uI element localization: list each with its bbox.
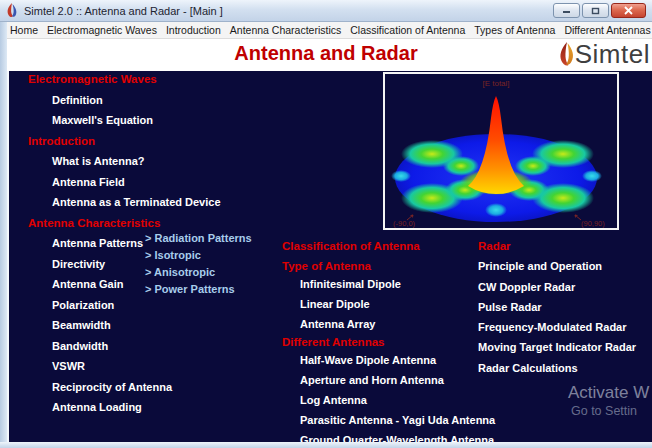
middle-menu-column: Classification of Antenna Type of Antenn… <box>282 240 495 448</box>
section-radar: Radar <box>478 240 636 260</box>
simtel-flame-icon <box>558 41 575 68</box>
window-border-left-inner <box>7 71 9 442</box>
maximize-icon <box>591 7 600 15</box>
menu-item-introduction[interactable]: Introduction <box>166 24 221 36</box>
app-window: Simtel 2.0 :: Antenna and Radar - [Main … <box>0 0 652 448</box>
menu-bar: Home Electromagnetic Waves Introduction … <box>0 22 652 39</box>
title-bar: Simtel 2.0 :: Antenna and Radar - [Main … <box>0 0 652 22</box>
menu-item-antenna-characteristics[interactable]: Antenna Characteristics <box>230 24 341 36</box>
sublink-isotropic[interactable]: > Isotropic <box>145 249 252 266</box>
brand-logo: Simtel <box>558 40 650 68</box>
menu-item-types-of-antenna[interactable]: Types of Antenna <box>474 24 555 36</box>
sublink-anisotropic[interactable]: > Anisotropic <box>145 266 252 283</box>
radiation-pattern-plot: [E total] (-90,0) (90,90) <box>383 72 619 230</box>
link-log-antenna[interactable]: Log Antenna <box>282 394 495 414</box>
window-title: Simtel 2.0 :: Antenna and Radar - [Main … <box>24 5 553 17</box>
window-border-left <box>0 22 7 448</box>
link-pulse-radar[interactable]: Pulse Radar <box>478 301 636 321</box>
window-border-bottom <box>0 442 652 448</box>
minimize-button[interactable] <box>553 3 580 18</box>
link-infinitesimal-dipole[interactable]: Infinitesimal Dipole <box>282 278 495 298</box>
radiation-pattern-image: [E total] (-90,0) (90,90) <box>385 74 617 228</box>
sublink-power-patterns[interactable]: > Power Patterns <box>145 283 252 300</box>
antenna-patterns-submenu: > Radiation Patterns > Isotropic > Aniso… <box>145 232 252 300</box>
link-maxwells-equation[interactable]: Maxwell's Equation <box>28 114 221 135</box>
svg-text:[E total]: [E total] <box>482 79 509 88</box>
link-antenna-terminated-device[interactable]: Antenna as a Terminated Device <box>28 196 221 217</box>
link-linear-dipole[interactable]: Linear Dipole <box>282 298 495 318</box>
menu-item-electromagnetic-waves[interactable]: Electromagnetic Waves <box>47 24 157 36</box>
link-antenna-loading[interactable]: Antenna Loading <box>28 401 221 422</box>
app-flame-icon <box>6 3 19 18</box>
link-bandwidth[interactable]: Bandwidth <box>28 340 221 361</box>
plot-label-right: (90,90) <box>581 219 605 228</box>
close-icon <box>624 6 633 15</box>
section-introduction: Introduction <box>28 135 221 156</box>
maximize-button[interactable] <box>582 3 609 18</box>
link-polarization[interactable]: Polarization <box>28 299 221 320</box>
link-vswr[interactable]: VSWR <box>28 360 221 381</box>
section-type-of-antenna: Type of Antenna <box>282 260 495 278</box>
menu-item-classification-of-antenna[interactable]: Classification of Antenna <box>350 24 465 36</box>
link-beamwidth[interactable]: Beamwidth <box>28 319 221 340</box>
link-moving-target-indicator-radar[interactable]: Moving Target Indicator Radar <box>478 341 636 361</box>
brand-name: Simtel <box>575 40 650 68</box>
section-electromagnetic-waves: Electromagnetic Waves <box>28 73 221 94</box>
link-parasitic-antenna-yagi-uda[interactable]: Parasitic Antenna - Yagi Uda Antenna <box>282 414 495 434</box>
page-title: Antenna and Radar <box>234 42 417 65</box>
link-principle-and-operation[interactable]: Principle and Operation <box>478 260 636 280</box>
link-what-is-antenna[interactable]: What is Antenna? <box>28 155 221 176</box>
sublink-radiation-patterns[interactable]: > Radiation Patterns <box>145 232 252 249</box>
right-menu-column: Radar Principle and Operation CW Doppler… <box>478 240 636 382</box>
link-antenna-array[interactable]: Antenna Array <box>282 318 495 336</box>
link-radar-calculations[interactable]: Radar Calculations <box>478 362 636 382</box>
menu-item-home[interactable]: Home <box>10 24 38 36</box>
link-cw-doppler-radar[interactable]: CW Doppler Radar <box>478 281 636 301</box>
link-antenna-field[interactable]: Antenna Field <box>28 176 221 197</box>
menu-item-different-antennas[interactable]: Different Antennas <box>564 24 650 36</box>
link-reciprocity-of-antenna[interactable]: Reciprocity of Antenna <box>28 381 221 402</box>
header-band: Antenna and Radar Simtel <box>0 39 652 71</box>
minimize-icon <box>562 7 571 14</box>
close-button[interactable] <box>611 3 646 18</box>
section-classification-of-antenna: Classification of Antenna <box>282 240 495 260</box>
section-different-antennas: Different Antennas <box>282 336 495 354</box>
link-definition[interactable]: Definition <box>28 94 221 115</box>
activate-windows-watermark-line1: Activate W <box>568 383 649 403</box>
activate-windows-watermark-line2: Go to Settin <box>571 404 637 418</box>
plot-label-left: (-90,0) <box>393 219 416 228</box>
link-aperture-and-horn-antenna[interactable]: Aperture and Horn Antenna <box>282 374 495 394</box>
link-half-wave-dipole-antenna[interactable]: Half-Wave Dipole Antenna <box>282 354 495 374</box>
link-frequency-modulated-radar[interactable]: Frequency-Modulated Radar <box>478 321 636 341</box>
